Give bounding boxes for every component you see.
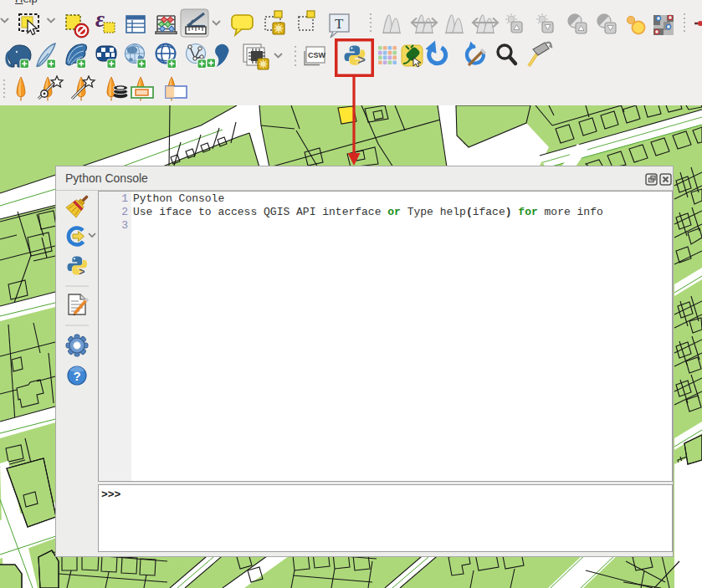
svg-text:CSW: CSW [308,51,326,59]
svg-text:>: > [79,266,85,278]
svg-text:T: T [335,16,344,32]
svg-text:?: ? [74,369,81,383]
